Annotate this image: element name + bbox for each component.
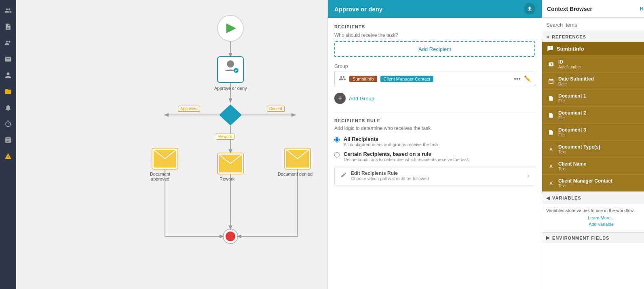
- ref-doc2-name: Document 2: [558, 110, 644, 116]
- learn-more-link[interactable]: Learn More...: [546, 215, 644, 220]
- edit-rule-box[interactable]: Edit Recipients Rule Choose which paths …: [334, 166, 535, 185]
- doc-approved-label: Documentapproved: [144, 172, 176, 181]
- group-icon: [339, 74, 346, 83]
- doc-denied-label: Document denied: [277, 172, 313, 176]
- context-header: Context Browser Recent: [542, 0, 644, 18]
- variables-desc: Variables store values to use in the wor…: [546, 208, 644, 213]
- file-icon-2: [547, 111, 555, 119]
- sidebar-item-warning[interactable]: [1, 149, 15, 164]
- edit-rule-title: Edit Recipients Rule: [351, 170, 523, 176]
- group-tag-sumbitinfo: SumbitInfo: [349, 76, 377, 82]
- edit-rule-chevron: ›: [527, 172, 529, 179]
- group-label: Group: [334, 64, 535, 69]
- ref-doc1-name: Document 1: [558, 93, 644, 99]
- ref-id-type: AutoNumber: [558, 65, 644, 69]
- id-icon: [547, 60, 555, 68]
- ref-doc3-type: File: [558, 133, 644, 137]
- add-group-row[interactable]: + Add Group: [334, 93, 535, 104]
- sidebar-item-clipboard[interactable]: [1, 133, 15, 147]
- ref-item-doc1[interactable]: Document 1 File ›: [542, 89, 644, 106]
- radio-certain-input[interactable]: [334, 152, 340, 157]
- ref-item-client-name[interactable]: Client Name Text: [542, 157, 644, 174]
- ref-item-doc2[interactable]: Document 2 File ›: [542, 106, 644, 123]
- context-browser: Context Browser Recent ◀ REFERENCES Sumb…: [542, 0, 644, 289]
- variables-header: ◀ VARIABLES Add: [546, 195, 644, 201]
- sidebar-item-person[interactable]: [1, 68, 15, 83]
- approved-badge: Approved: [178, 106, 200, 112]
- ref-date-name: Date Submitted: [558, 76, 644, 82]
- ref-item-doc3[interactable]: Document 3 File ›: [542, 123, 644, 140]
- radio-certain-recipients[interactable]: Certain Recipients, based on a rule Defi…: [334, 151, 535, 162]
- edit-rule-sub: Choose which paths should be followed: [351, 176, 523, 181]
- add-variable-link[interactable]: Add Variable: [546, 222, 644, 227]
- sidebar-item-mail[interactable]: [1, 52, 15, 66]
- group-row: SumbitInfo Client Manager Contact ••• ✏️: [334, 72, 535, 86]
- submitinfo-label: SumbitInfo: [557, 46, 584, 52]
- svg-point-4: [227, 60, 234, 68]
- add-group-label: Add Group: [349, 96, 374, 102]
- ref-item-date-submitted[interactable]: Date Submitted Date: [542, 72, 644, 89]
- calendar-icon: [547, 77, 555, 85]
- submitinfo-header[interactable]: SumbitInfo ▲: [542, 42, 644, 55]
- references-header: ◀ REFERENCES: [542, 32, 644, 42]
- sidebar-item-users[interactable]: [1, 3, 15, 18]
- text-icon-doctypes: [547, 145, 555, 153]
- recipients-who-label: Who should receive the task?: [334, 32, 535, 38]
- recipients-rule-sub: Add logic to determine who receives the …: [334, 125, 535, 131]
- variables-body: Variables store values to use in the wor…: [542, 204, 644, 232]
- sidebar-item-timer[interactable]: [1, 117, 15, 131]
- env-label: ENVIRONMENT FIELDS: [552, 236, 609, 240]
- ref-clientmgr-name: Client Manager Contact: [558, 178, 644, 184]
- add-group-plus: +: [334, 93, 346, 104]
- radio-all-label: All Recipients: [344, 136, 440, 142]
- context-recent-link[interactable]: Recent: [640, 6, 644, 12]
- sidebar-item-notifications[interactable]: [1, 100, 15, 115]
- ref-doc1-type: File: [558, 99, 644, 103]
- sidebar-item-docs[interactable]: [1, 19, 15, 34]
- ref-doc3-name: Document 3: [558, 127, 644, 133]
- context-search-input[interactable]: [546, 22, 644, 28]
- ref-item-id[interactable]: ID AutoNumber: [542, 55, 644, 72]
- add-recipient-button[interactable]: Add Recipient: [334, 41, 535, 57]
- radio-all-recipients[interactable]: All Recipients All configured users and …: [334, 136, 535, 147]
- rework-node-label: Rework: [220, 176, 234, 181]
- env-triangle: ▶: [546, 235, 550, 240]
- references-triangle: ◀: [546, 35, 549, 39]
- file-icon-3: [547, 128, 555, 136]
- svg-marker-7: [219, 104, 242, 125]
- workflow-canvas: Approve or deny Approved Denied Rework D…: [16, 0, 327, 289]
- svg-point-18: [226, 232, 235, 241]
- config-header-upload-icon[interactable]: [524, 3, 535, 15]
- config-panel: Approve or deny RECIPIENTS Who should re…: [327, 0, 542, 289]
- ref-doc2-type: File: [558, 116, 644, 120]
- ref-item-doc-types[interactable]: Document Type(s) Text: [542, 140, 644, 157]
- file-icon-1: [547, 94, 555, 102]
- variables-triangle: ◀: [546, 196, 550, 201]
- sidebar-item-folder[interactable]: [1, 84, 15, 99]
- denied-badge: Denied: [267, 106, 285, 112]
- ref-item-client-manager[interactable]: Client Manager Contact Text: [542, 174, 644, 191]
- radio-all-input[interactable]: [334, 137, 340, 142]
- group-edit-icon[interactable]: ✏️: [524, 75, 531, 83]
- references-title: REFERENCES: [552, 34, 586, 39]
- config-header: Approve or deny: [328, 0, 542, 18]
- approve-deny-label: Approve or deny: [214, 86, 247, 91]
- recipients-rule-title: RECIPIENTS RULE: [334, 118, 535, 123]
- text-icon-clientmgr: [547, 179, 555, 187]
- ref-doctype-name: Document Type(s): [558, 144, 644, 150]
- group-more-icon[interactable]: •••: [514, 75, 521, 83]
- group-row-actions: ••• ✏️: [514, 75, 531, 83]
- environment-fields-header[interactable]: ▶ ENVIRONMENT FIELDS: [542, 232, 644, 243]
- variables-title: ◀ VARIABLES: [546, 196, 581, 201]
- text-icon-clientname: [547, 162, 555, 170]
- ref-date-type: Date: [558, 82, 644, 86]
- ref-clientmgr-type: Text: [558, 184, 644, 188]
- edit-rule-icon: [340, 172, 347, 180]
- radio-all-desc: All configured users and groups receive …: [344, 142, 440, 147]
- group-tag-client: Client Manager Contact: [380, 76, 434, 82]
- sidebar-item-groups[interactable]: [1, 36, 15, 50]
- radio-certain-desc: Define conditions to determine which rec…: [344, 157, 470, 162]
- context-browser-title: Context Browser: [547, 6, 592, 12]
- recipients-title: RECIPIENTS: [334, 24, 535, 29]
- variables-label: VARIABLES: [552, 196, 581, 200]
